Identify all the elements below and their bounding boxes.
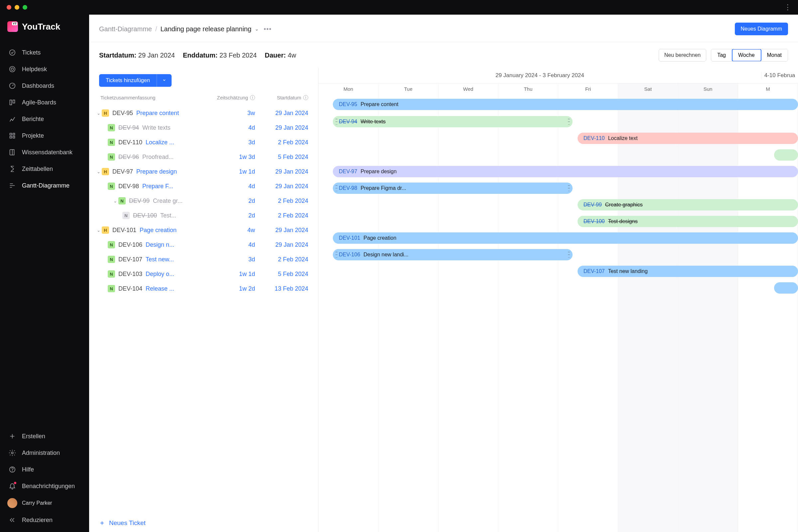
sidebar-item-check-circle[interactable]: Tickets <box>0 44 89 60</box>
table-row[interactable]: N DEV-107 Test new... 3d 2 Feb 2024 <box>89 252 318 267</box>
ticket-id[interactable]: DEV-96 <box>118 154 139 160</box>
info-icon[interactable]: i <box>250 95 255 100</box>
ticket-title[interactable]: Prepare F... <box>142 183 222 190</box>
ticket-startdate[interactable]: 29 Jan 2024 <box>255 241 308 248</box>
collapse-sidebar[interactable]: Reduzieren <box>0 512 89 528</box>
gantt-bar[interactable]: DEV-99Create graphics <box>577 199 798 210</box>
user-profile[interactable]: Carry Parker <box>0 494 89 512</box>
gantt-bar[interactable] <box>774 149 798 160</box>
table-row[interactable]: ⌄ N DEV-99 Create gr... 2d 2 Feb 2024 <box>89 193 318 208</box>
sidebar-item-gantt[interactable]: Gantt-Diagramme <box>0 177 89 193</box>
ticket-id[interactable]: DEV-103 <box>118 271 142 278</box>
new-diagram-button[interactable]: Neues Diagramm <box>735 23 788 35</box>
sidebar-item-grid[interactable]: Projekte <box>0 128 89 144</box>
view-month[interactable]: Monat <box>761 49 788 61</box>
ticket-estimate[interactable]: 1w 2d <box>222 285 255 292</box>
gantt-bar[interactable]: DEV-110Localize text <box>577 133 798 144</box>
sidebar-item-help[interactable]: Hilfe <box>0 461 89 477</box>
sidebar-item-hourglass[interactable]: Zeittabellen <box>0 161 89 177</box>
table-row[interactable]: N DEV-104 Release ... 1w 2d 13 Feb 2024 <box>89 281 318 296</box>
ticket-startdate[interactable]: 2 Feb 2024 <box>255 212 308 219</box>
crumb-parent[interactable]: Gantt-Diagramme <box>99 25 152 33</box>
table-row[interactable]: N DEV-106 Design n... 4d 29 Jan 2024 <box>89 238 318 252</box>
table-row[interactable]: N DEV-94 Write texts 4d 29 Jan 2024 <box>89 120 318 135</box>
ticket-title[interactable]: Release ... <box>146 285 222 292</box>
ticket-estimate[interactable]: 4d <box>222 241 255 248</box>
view-day[interactable]: Tag <box>711 49 732 61</box>
add-tickets-dropdown[interactable] <box>157 74 172 87</box>
maximize-window-icon[interactable] <box>23 5 27 10</box>
ticket-estimate[interactable]: 1w 1d <box>222 168 255 175</box>
ticket-title[interactable]: Prepare content <box>136 110 222 117</box>
ticket-startdate[interactable]: 29 Jan 2024 <box>255 168 308 175</box>
more-actions-icon[interactable]: ••• <box>264 25 272 33</box>
ticket-id[interactable]: DEV-97 <box>112 168 133 175</box>
gantt-bar[interactable]: DEV-97Prepare design <box>333 166 798 177</box>
sidebar-item-gauge[interactable]: Dashboards <box>0 78 89 94</box>
table-row[interactable]: N DEV-96 Proofread... 1w 3d 5 Feb 2024 <box>89 150 318 164</box>
gantt-bar[interactable]: DEV-106Design new landi... <box>333 249 573 260</box>
ticket-estimate[interactable]: 2d <box>222 197 255 205</box>
app-logo[interactable]: YouTrack <box>0 21 89 41</box>
ticket-estimate[interactable]: 4d <box>222 125 255 131</box>
gantt-bar[interactable]: DEV-95Prepare content <box>333 99 798 110</box>
new-ticket-button[interactable]: Neues Ticket <box>89 514 318 532</box>
ticket-startdate[interactable]: 29 Jan 2024 <box>255 183 308 190</box>
sidebar-item-chart[interactable]: Berichte <box>0 111 89 127</box>
ticket-id[interactable]: DEV-98 <box>118 183 139 190</box>
sidebar-item-lifebuoy[interactable]: Helpdesk <box>0 61 89 77</box>
ticket-startdate[interactable]: 2 Feb 2024 <box>255 256 308 263</box>
gantt-bar[interactable]: DEV-100Test designs <box>577 216 798 227</box>
gantt-bar[interactable]: DEV-101Page creation <box>333 232 798 244</box>
ticket-startdate[interactable]: 2 Feb 2024 <box>255 197 308 205</box>
ticket-title[interactable]: Localize ... <box>146 139 222 146</box>
sidebar-item-bell[interactable]: Benachrichtigungen <box>0 478 89 494</box>
ticket-estimate[interactable]: 1w 3d <box>222 154 255 160</box>
table-row[interactable]: ⌄ H DEV-97 Prepare design 1w 1d 29 Jan 2… <box>89 164 318 179</box>
gantt-body[interactable]: DEV-95Prepare contentDEV-94Write textsDE… <box>319 97 798 532</box>
expand-toggle-icon[interactable]: ⌄ <box>95 111 102 116</box>
sidebar-item-board[interactable]: Agile-Boards <box>0 94 89 110</box>
ticket-id[interactable]: DEV-107 <box>118 256 142 263</box>
expand-toggle-icon[interactable]: ⌄ <box>95 169 102 174</box>
ticket-startdate[interactable]: 29 Jan 2024 <box>255 227 308 234</box>
ticket-id[interactable]: DEV-95 <box>112 110 133 117</box>
ticket-estimate[interactable]: 3w <box>222 110 255 117</box>
table-row[interactable]: N DEV-103 Deploy o... 1w 1d 5 Feb 2024 <box>89 267 318 281</box>
gantt-bar[interactable]: DEV-94Write texts <box>333 116 573 127</box>
ticket-estimate[interactable]: 1w 1d <box>222 271 255 278</box>
gantt-bar[interactable]: DEV-107Test new landing <box>577 266 798 277</box>
ticket-estimate[interactable]: 3d <box>222 139 255 146</box>
table-row[interactable]: N DEV-110 Localize ... 3d 2 Feb 2024 <box>89 135 318 150</box>
ticket-id[interactable]: DEV-104 <box>118 285 142 292</box>
ticket-startdate[interactable]: 29 Jan 2024 <box>255 110 308 117</box>
ticket-title[interactable]: Test... <box>160 212 222 219</box>
ticket-startdate[interactable]: 5 Feb 2024 <box>255 271 308 278</box>
sidebar-item-plus[interactable]: Erstellen <box>0 428 89 444</box>
ticket-title[interactable]: Proofread... <box>142 154 222 160</box>
ticket-title[interactable]: Page creation <box>140 227 222 234</box>
ticket-title[interactable]: Prepare design <box>136 168 222 175</box>
sidebar-item-book[interactable]: Wissensdatenbank <box>0 144 89 160</box>
table-row[interactable]: N DEV-100 Test... 2d 2 Feb 2024 <box>89 208 318 223</box>
expand-toggle-icon[interactable]: ⌄ <box>112 198 118 204</box>
ticket-id[interactable]: DEV-100 <box>133 212 157 219</box>
ticket-estimate[interactable]: 2d <box>222 212 255 219</box>
ticket-id[interactable]: DEV-110 <box>118 139 142 146</box>
window-menu-icon[interactable]: ⋮ <box>784 3 791 12</box>
minimize-window-icon[interactable] <box>15 5 19 10</box>
ticket-startdate[interactable]: 13 Feb 2024 <box>255 285 308 292</box>
info-icon[interactable]: i <box>303 95 308 100</box>
table-row[interactable]: ⌄ H DEV-95 Prepare content 3w 29 Jan 202… <box>89 106 318 120</box>
ticket-title[interactable]: Create gr... <box>153 197 222 205</box>
ticket-id[interactable]: DEV-101 <box>112 227 136 234</box>
expand-toggle-icon[interactable]: ⌄ <box>95 228 102 233</box>
gantt-bar[interactable]: DEV-98Prepare Figma dr... <box>333 183 573 194</box>
ticket-startdate[interactable]: 2 Feb 2024 <box>255 139 308 146</box>
ticket-startdate[interactable]: 5 Feb 2024 <box>255 154 308 160</box>
sidebar-item-gear[interactable]: Administration <box>0 445 89 461</box>
recalculate-button[interactable]: Neu berechnen <box>659 49 706 61</box>
ticket-startdate[interactable]: 29 Jan 2024 <box>255 125 308 131</box>
gantt-bar[interactable] <box>774 282 798 293</box>
ticket-id[interactable]: DEV-99 <box>129 197 150 205</box>
